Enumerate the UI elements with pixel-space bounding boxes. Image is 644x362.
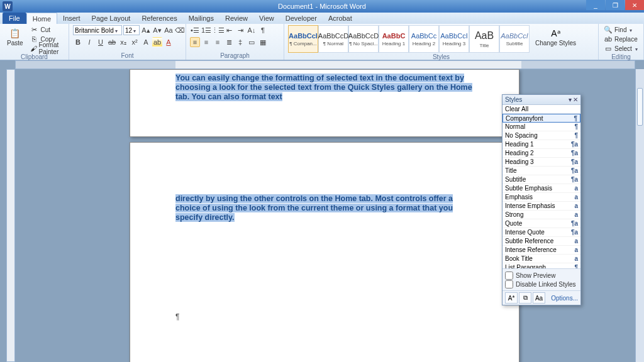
grow-font-button[interactable]: A▴	[141, 25, 151, 35]
shading-button[interactable]: ▭	[247, 37, 257, 47]
style-list-item[interactable]: Normal¶	[502, 123, 580, 131]
style-gallery-item[interactable]: AaBbCHeading 1	[379, 25, 409, 53]
style-list-item[interactable]: Subtle Referencea	[502, 237, 580, 246]
borders-button[interactable]: ▦	[258, 37, 268, 47]
style-list-item[interactable]: Book Titlea	[502, 255, 580, 263]
paragraph-2[interactable]: directly by using the other controls on …	[175, 194, 474, 222]
styles-gallery[interactable]: AaBbCcI¶ Compan...AaBbCcD¶ NormalAaBbCcD…	[288, 25, 530, 53]
select-button[interactable]: ▭Select	[602, 44, 639, 53]
scroll-thumb[interactable]	[637, 88, 643, 126]
subscript-button[interactable]: x₂	[118, 37, 128, 47]
cut-button[interactable]: ✂Cut	[29, 25, 65, 34]
shrink-font-button[interactable]: A▾	[152, 25, 162, 35]
bold-button[interactable]: B	[73, 37, 83, 47]
style-list-item[interactable]: Heading 3¶a	[502, 158, 580, 167]
multilevel-button[interactable]: ⋮☰	[213, 25, 223, 35]
tab-insert[interactable]: Insert	[57, 13, 86, 24]
tab-mailings[interactable]: Mailings	[183, 13, 219, 24]
styles-options-link[interactable]: Options...	[551, 295, 578, 302]
vertical-ruler[interactable]	[6, 69, 15, 362]
horizontal-ruler[interactable]	[15, 60, 635, 69]
align-center-button[interactable]: ≡	[201, 37, 211, 47]
app-window: W Document1 - Microsoft Word _ ❐ ✕ File …	[0, 0, 644, 362]
find-icon: 🔍	[604, 26, 613, 34]
ribbon: 📋 Paste ✂Cut ⎘Copy 🖌Format Painter Clipb…	[0, 24, 644, 60]
style-list-item[interactable]: Subtle Emphasisa	[502, 184, 580, 193]
style-list-item[interactable]: Intense Quote¶a	[502, 228, 580, 237]
style-list-item[interactable]: Title¶a	[502, 167, 580, 175]
pane-close-icon[interactable]: ✕	[573, 96, 578, 103]
style-list-item[interactable]: Stronga	[502, 211, 580, 219]
vertical-scrollbar[interactable]	[635, 69, 644, 362]
superscript-button[interactable]: x²	[130, 37, 140, 47]
style-gallery-item[interactable]: AaBTitle	[469, 25, 499, 53]
clear-formatting-button[interactable]: ⌫	[175, 25, 185, 35]
minimize-button[interactable]: _	[586, 0, 605, 10]
strikethrough-button[interactable]: ab	[107, 37, 117, 47]
close-button[interactable]: ✕	[625, 0, 644, 10]
change-case-button[interactable]: Aa	[164, 25, 174, 35]
style-list-item[interactable]: Companyfont¶	[502, 114, 580, 123]
style-list-item[interactable]: Intense Referencea	[502, 246, 580, 255]
group-styles: AaBbCcI¶ Compan...AaBbCcD¶ NormalAaBbCcD…	[284, 24, 599, 60]
tab-home[interactable]: Home	[26, 13, 57, 24]
align-right-button[interactable]: ≡	[213, 37, 223, 47]
style-list-item[interactable]: No Spacing¶	[502, 131, 580, 140]
file-tab[interactable]: File	[3, 13, 26, 24]
style-gallery-item[interactable]: AaBbCcISubtitle	[499, 25, 530, 53]
justify-button[interactable]: ≣	[224, 37, 234, 47]
maximize-button[interactable]: ❐	[606, 0, 625, 10]
highlight-button[interactable]: ab	[152, 37, 162, 47]
style-list-item[interactable]: Heading 1¶a	[502, 140, 580, 149]
style-gallery-item[interactable]: AaBbCcHeading 2	[409, 25, 439, 53]
pane-dropdown-icon[interactable]: ▾	[569, 96, 572, 103]
bullets-button[interactable]: •☰	[190, 25, 200, 35]
sort-button[interactable]: A↓	[247, 25, 257, 35]
style-gallery-item[interactable]: AaBbCcI¶ Compan...	[288, 25, 318, 53]
ribbon-tabs: File Home Insert Page Layout References …	[0, 13, 644, 24]
line-spacing-button[interactable]: ‡	[235, 37, 245, 47]
chevron-down-icon	[132, 27, 136, 34]
style-list-item[interactable]: Subtitle¶a	[502, 175, 580, 184]
tab-page-layout[interactable]: Page Layout	[86, 13, 136, 24]
manage-styles-button[interactable]: Aa	[533, 292, 545, 304]
style-list-item[interactable]: List Paragraph¶	[502, 263, 580, 268]
find-button[interactable]: 🔍Find	[602, 25, 639, 34]
replace-button[interactable]: abReplace	[602, 35, 639, 43]
font-color-button[interactable]: A	[164, 37, 174, 47]
tab-references[interactable]: References	[136, 13, 182, 24]
disable-linked-checkbox[interactable]: Disable Linked Styles	[505, 280, 578, 288]
underline-button[interactable]: U	[96, 37, 106, 47]
text-effects-button[interactable]: A	[141, 37, 151, 47]
tab-review[interactable]: Review	[219, 13, 253, 24]
format-painter-button[interactable]: 🖌Format Painter	[29, 44, 65, 53]
show-marks-button[interactable]: ¶	[258, 25, 268, 35]
show-preview-checkbox[interactable]: Show Preview	[505, 271, 578, 280]
paste-button[interactable]: 📋 Paste	[4, 25, 26, 48]
style-gallery-item[interactable]: AaBbCcIHeading 3	[439, 25, 469, 53]
style-inspector-button[interactable]: ⧉	[519, 292, 531, 304]
style-list-item[interactable]: Heading 2¶a	[502, 149, 580, 158]
font-name-combo[interactable]: Britannic Bold	[73, 25, 122, 35]
style-gallery-item[interactable]: AaBbCcD¶ No Spaci...	[348, 25, 379, 53]
tab-developer[interactable]: Developer	[280, 13, 323, 24]
numbering-button[interactable]: 1☰	[201, 25, 211, 35]
align-left-button[interactable]: ≡	[190, 37, 200, 47]
copy-icon: ⎘	[30, 35, 39, 43]
styles-pane: Styles ▾ ✕ Clear All Companyfont¶Normal¶…	[502, 94, 581, 305]
style-list-item[interactable]: Quote¶a	[502, 219, 580, 228]
style-list-item[interactable]: Intense Emphasisa	[502, 202, 580, 211]
tab-acrobat[interactable]: Acrobat	[323, 13, 358, 24]
change-styles-button[interactable]: Aᵃ Change Styles	[532, 25, 579, 48]
new-style-button[interactable]: A*	[505, 292, 518, 304]
styles-pane-title[interactable]: Styles ▾ ✕	[502, 95, 580, 105]
style-list-item[interactable]: Emphasisa	[502, 193, 580, 202]
style-clear-all[interactable]: Clear All	[502, 105, 580, 114]
paragraph-1[interactable]: You can easily change the formatting of …	[175, 74, 474, 102]
increase-indent-button[interactable]: ⇥	[235, 25, 245, 35]
font-size-combo[interactable]: 12	[123, 25, 140, 35]
decrease-indent-button[interactable]: ⇤	[224, 25, 234, 35]
tab-view[interactable]: View	[253, 13, 280, 24]
italic-button[interactable]: I	[84, 37, 94, 47]
style-gallery-item[interactable]: AaBbCcD¶ Normal	[318, 25, 348, 53]
